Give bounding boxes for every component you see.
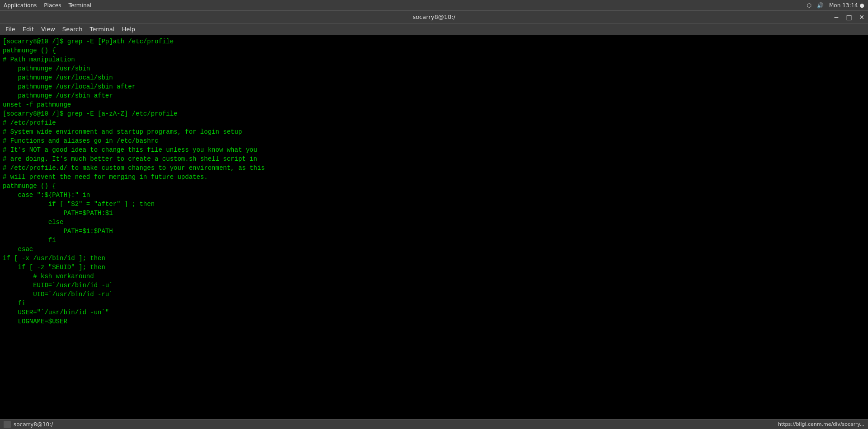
terminal-line-10: # System wide environment and startup pr…	[3, 127, 865, 136]
terminal-line-26: # ksh workaround	[3, 272, 865, 281]
maximize-button[interactable]: □	[843, 11, 855, 23]
close-button[interactable]: ✕	[855, 11, 868, 23]
terminal-line-12: # It's NOT a good idea to change this fi…	[3, 145, 865, 154]
terminal-line-3: pathmunge /usr/sbin	[3, 64, 865, 73]
minimize-button[interactable]: −	[830, 11, 843, 23]
terminal-line-29: fi	[3, 299, 865, 308]
terminal-line-4: pathmunge /usr/local/sbin	[3, 73, 865, 82]
datetime-display: Mon 13:14 ●	[829, 2, 864, 9]
terminal-line-2: # Path manipulation	[3, 55, 865, 64]
terminal-line-20: else	[3, 218, 865, 227]
window-controls: − □ ✕	[830, 11, 868, 23]
taskbar-terminal-icon	[4, 421, 11, 428]
terminal-menu[interactable]: Terminal	[68, 2, 91, 9]
terminal-line-0: [socarry8@10 /]$ grep -E [Pp]ath /etc/pr…	[3, 37, 865, 46]
menu-terminal[interactable]: Terminal	[86, 25, 118, 33]
terminal-line-11: # Functions and aliases go in /etc/bashr…	[3, 136, 865, 145]
applications-menu[interactable]: Applications	[4, 2, 37, 9]
window-title: socarry8@10:/	[413, 14, 456, 20]
terminal-line-18: if [ "$2" = "after" ] ; then	[3, 200, 865, 209]
network-icon: ⬡	[807, 2, 811, 9]
system-bar: Applications Places Terminal ⬡ 🔊 Mon 13:…	[0, 0, 868, 11]
taskbar-terminal-item[interactable]: socarry8@10:/	[4, 421, 53, 428]
terminal-line-21: PATH=$1:$PATH	[3, 227, 865, 236]
menu-search[interactable]: Search	[59, 25, 86, 33]
terminal-output[interactable]: [socarry8@10 /]$ grep -E [Pp]ath /etc/pr…	[0, 35, 868, 419]
terminal-line-30: USER="`/usr/bin/id -un`"	[3, 308, 865, 317]
menu-help[interactable]: Help	[118, 25, 139, 33]
system-bar-right: ⬡ 🔊 Mon 13:14 ●	[807, 2, 864, 9]
terminal-line-7: unset -f pathmunge	[3, 100, 865, 109]
menu-edit[interactable]: Edit	[19, 25, 38, 33]
status-url: https://bilgi.cenm.me/div/socarry...	[778, 421, 864, 427]
status-bar: socarry8@10:/ https://bilgi.cenm.me/div/…	[0, 419, 868, 429]
terminal-line-25: if [ -z "$EUID" ]; then	[3, 263, 865, 272]
terminal-line-13: # are doing. It's much better to create …	[3, 154, 865, 163]
terminal-line-9: # /etc/profile	[3, 118, 865, 127]
terminal-line-8: [socarry8@10 /]$ grep -E [a-zA-Z] /etc/p…	[3, 109, 865, 118]
menu-view[interactable]: View	[38, 25, 59, 33]
terminal-line-14: # /etc/profile.d/ to make custom changes…	[3, 163, 865, 173]
places-menu[interactable]: Places	[44, 2, 61, 9]
menu-file[interactable]: File	[2, 25, 19, 33]
terminal-line-22: fi	[3, 236, 865, 245]
terminal-line-6: pathmunge /usr/sbin after	[3, 91, 865, 100]
terminal-line-23: esac	[3, 245, 865, 254]
terminal-line-31: LOGNAME=$USER	[3, 317, 865, 326]
terminal-line-15: # will prevent the need for merging in f…	[3, 173, 865, 182]
terminal-line-17: case ":${PATH}:" in	[3, 191, 865, 200]
terminal-window: socarry8@10:/ − □ ✕ File Edit View Searc…	[0, 11, 868, 429]
volume-icon: 🔊	[817, 2, 824, 9]
terminal-line-5: pathmunge /usr/local/sbin after	[3, 82, 865, 91]
terminal-line-27: EUID=`/usr/bin/id -u`	[3, 281, 865, 290]
terminal-line-19: PATH=$PATH:$1	[3, 209, 865, 218]
terminal-line-1: pathmunge () {	[3, 46, 865, 55]
taskbar-terminal-label: socarry8@10:/	[14, 421, 53, 428]
terminal-line-28: UID=`/usr/bin/id -ru`	[3, 290, 865, 299]
menu-bar: File Edit View Search Terminal Help	[0, 23, 868, 35]
system-bar-left: Applications Places Terminal	[4, 2, 91, 9]
terminal-line-16: pathmunge () {	[3, 182, 865, 191]
terminal-line-24: if [ -x /usr/bin/id ]; then	[3, 254, 865, 263]
window-titlebar: socarry8@10:/ − □ ✕	[0, 11, 868, 23]
